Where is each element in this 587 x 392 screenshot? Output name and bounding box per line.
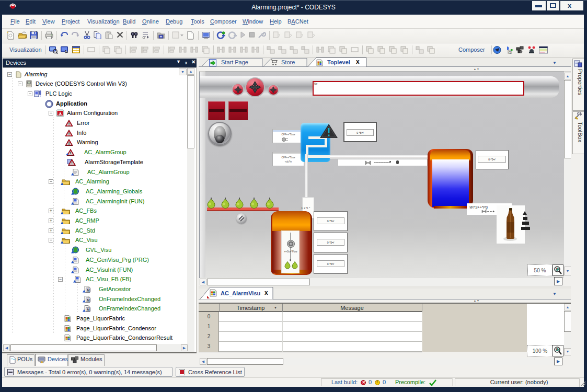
svg-text:M: M bbox=[86, 288, 89, 293]
svg-text:Q: Q bbox=[509, 51, 511, 54]
svg-text:M: M bbox=[86, 297, 89, 302]
svg-text:M: M bbox=[86, 307, 89, 312]
